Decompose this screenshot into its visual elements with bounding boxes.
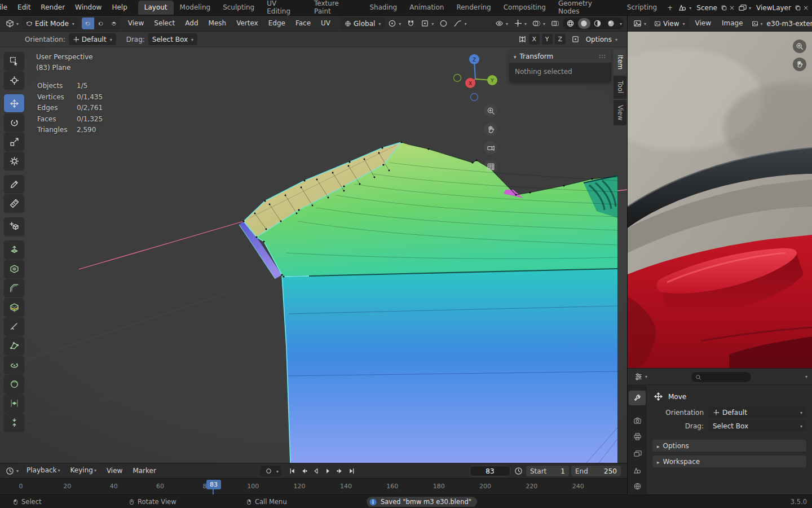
play-reverse-button[interactable]	[310, 465, 321, 476]
image-mode-selector[interactable]: View	[650, 17, 689, 29]
proportional-falloff-selector[interactable]	[451, 17, 469, 29]
gizmo-z-label[interactable]: Z	[473, 57, 476, 63]
tool-add-cube[interactable]	[4, 217, 24, 235]
tab-uv-editing[interactable]: UV Editing	[261, 0, 308, 16]
object-visibility-selector[interactable]	[493, 17, 510, 29]
editor-type-button[interactable]	[3, 17, 21, 29]
tool-shrink-fatten[interactable]	[4, 413, 24, 431]
panel-grip-icon[interactable]	[599, 52, 607, 60]
snap-toggle[interactable]	[404, 17, 417, 29]
tab-tool-properties[interactable]	[629, 391, 646, 405]
tab-geometry-nodes[interactable]: Geometry Nodes	[552, 0, 621, 16]
gizmos-selector[interactable]	[511, 17, 529, 29]
tool-orientation-selector[interactable]: Default	[69, 33, 116, 45]
tab-output-properties[interactable]	[629, 429, 646, 444]
rendered-shading-button[interactable]	[605, 18, 617, 29]
tool-smooth[interactable]	[4, 375, 24, 393]
view-layer-name[interactable]: ViewLayer	[754, 4, 793, 12]
tool-rotate[interactable]	[4, 113, 24, 132]
drag-mode-selector[interactable]: Select Box	[148, 33, 197, 45]
zoom-button[interactable]	[484, 104, 497, 117]
workspace-section-header[interactable]: Workspace	[652, 456, 806, 467]
image-name[interactable]: e30-m3-exter	[767, 20, 812, 28]
sidebar-tab-view[interactable]: View	[614, 100, 626, 125]
tool-poly-build[interactable]	[4, 336, 24, 354]
use-preview-range-icon[interactable]	[514, 467, 523, 475]
camera-view-button[interactable]	[484, 141, 497, 155]
viewport-3d[interactable]: Orientation: Default Drag: Select Box X …	[0, 32, 627, 463]
tab-texture-paint[interactable]: Texture Paint	[308, 0, 363, 16]
xray-toggle[interactable]	[549, 17, 562, 29]
scene-name[interactable]: Scene	[695, 4, 719, 12]
options-section-header[interactable]: Options	[652, 440, 806, 452]
scene-selector[interactable]	[677, 2, 693, 13]
tool-scale[interactable]	[4, 133, 24, 151]
tool-cursor[interactable]	[4, 71, 24, 89]
tab-rendering[interactable]: Rendering	[450, 1, 497, 15]
playback-menu[interactable]: Playback	[22, 463, 65, 479]
menu-help[interactable]: Help	[107, 0, 132, 15]
timeline-ruler[interactable]: 83 020406080100120140160180200220240	[0, 478, 627, 494]
remove-view-layer-icon[interactable]	[803, 4, 809, 12]
menu-select[interactable]: Select	[149, 16, 179, 31]
jump-to-end-button[interactable]	[346, 465, 357, 476]
tool-select-box[interactable]	[4, 52, 24, 70]
mirror-y-button[interactable]: Y	[542, 34, 553, 45]
new-view-layer-icon[interactable]	[795, 5, 801, 11]
properties-search-input[interactable]	[691, 372, 751, 382]
tool-bevel[interactable]	[4, 279, 24, 297]
pan-button[interactable]	[484, 122, 497, 136]
tool-transform[interactable]	[4, 152, 24, 170]
tab-animation[interactable]: Animation	[403, 1, 450, 15]
menu-mesh[interactable]: Mesh	[204, 16, 231, 31]
image-datablock-selector[interactable]	[749, 17, 765, 29]
next-keyframe-button[interactable]	[334, 465, 345, 476]
menu-window[interactable]: Window	[70, 0, 107, 15]
mirror-z-button[interactable]: Z	[555, 34, 566, 45]
timeline-marker-menu[interactable]: Marker	[128, 463, 160, 479]
wireframe-shading-button[interactable]	[564, 18, 577, 29]
edge-select-button[interactable]	[95, 17, 107, 29]
menu-face[interactable]: Face	[291, 16, 315, 31]
gizmo-y-label[interactable]: Y	[490, 78, 494, 84]
mode-selector[interactable]: Edit Mode	[22, 17, 78, 29]
menu-add[interactable]: Add	[180, 16, 202, 31]
image-view-menu[interactable]: View	[691, 16, 716, 31]
menu-file[interactable]: File	[0, 0, 12, 15]
add-workspace-button[interactable]: +	[663, 1, 677, 15]
properties-filter-dropdown[interactable]	[804, 373, 807, 380]
tab-sculpting[interactable]: Sculpting	[217, 1, 261, 15]
timeline-view-menu[interactable]: View	[102, 463, 127, 479]
orientation-select[interactable]: Default	[709, 407, 806, 418]
menu-edit[interactable]: Edit	[12, 0, 36, 15]
mirror-x-button[interactable]: X	[529, 34, 540, 45]
view-layer-selector[interactable]	[736, 2, 753, 13]
tool-knife[interactable]	[4, 317, 24, 335]
tool-spin[interactable]	[4, 356, 24, 374]
tab-scripting[interactable]: Scripting	[621, 1, 663, 15]
overlays-selector[interactable]	[530, 17, 548, 29]
proportional-editing-toggle[interactable]	[437, 17, 450, 29]
image-pan-button[interactable]	[793, 58, 806, 71]
image-image-menu[interactable]: Image	[717, 16, 748, 31]
drag-select[interactable]: Select Box	[709, 421, 806, 432]
jump-to-start-button[interactable]	[286, 465, 298, 476]
image-zoom-in-button[interactable]	[793, 40, 806, 53]
previous-keyframe-button[interactable]	[298, 465, 310, 476]
tool-inset-faces[interactable]	[4, 260, 24, 278]
tab-scene-properties[interactable]	[629, 463, 646, 478]
tab-world-properties[interactable]	[629, 479, 646, 493]
image-editor-type-button[interactable]	[631, 17, 648, 29]
transform-panel-header[interactable]: Transform	[509, 50, 611, 63]
menu-render[interactable]: Render	[36, 0, 70, 15]
tab-modeling[interactable]: Modeling	[174, 1, 217, 15]
tool-move[interactable]	[4, 94, 24, 112]
vertex-select-button[interactable]	[82, 17, 94, 29]
tab-shading[interactable]: Shading	[363, 1, 403, 15]
menu-vertex[interactable]: Vertex	[232, 16, 263, 31]
current-frame-field[interactable]: 83	[470, 466, 510, 476]
reference-image-canvas[interactable]	[628, 32, 812, 368]
navigation-gizmo[interactable]: Z Y X	[448, 50, 505, 106]
tool-loop-cut[interactable]	[4, 298, 24, 316]
menu-view[interactable]: View	[123, 16, 148, 31]
